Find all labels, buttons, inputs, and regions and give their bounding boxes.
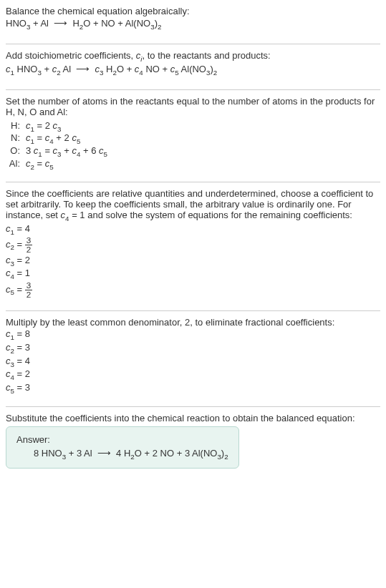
divider: [6, 406, 380, 407]
step3-text: Since the coefficients are relative quan…: [6, 188, 380, 222]
atom-label: N:: [6, 132, 26, 145]
coeff-line: c5 = 3: [6, 382, 380, 395]
atom-equation: c1 = 2 c3: [26, 120, 107, 133]
coeff-value: 1: [25, 268, 30, 278]
divider: [6, 89, 380, 90]
coeff-line: c3 = 2: [6, 255, 380, 268]
coeff-line: c5 = 32: [6, 281, 380, 298]
step1-text: Add stoichiometric coefficients, ci, to …: [6, 50, 380, 63]
divider: [6, 310, 380, 311]
atom-label: H:: [6, 120, 26, 133]
divider: [6, 44, 380, 44]
coeff-value: 4: [25, 356, 30, 366]
coeff-line: c1 = 8: [6, 328, 380, 341]
coeff-line: c3 = 4: [6, 356, 380, 368]
fraction: 32: [25, 281, 33, 298]
numerator: 3: [25, 281, 33, 290]
coeff-value: 4: [25, 223, 30, 234]
atom-row: N: c1 = c4 + 2 c5: [6, 132, 107, 145]
atom-equations-table: H: c1 = 2 c3 N: c1 = c4 + 2 c5 O: 3 c1 =…: [6, 120, 107, 170]
title-text: Balance the chemical equation algebraica…: [6, 6, 380, 16]
coeff-line: c4 = 2: [6, 368, 380, 381]
atom-row: H: c1 = 2 c3: [6, 120, 107, 133]
step-atom-balance: Set the number of atoms in the reactants…: [6, 96, 380, 176]
step4-text: Multiply by the least common denominator…: [6, 317, 380, 328]
denominator: 2: [25, 290, 33, 299]
initial-equation: HNO3 + Al ⟶ H2O + NO + Al(NO3)2: [6, 18, 380, 31]
denominator: 2: [25, 245, 33, 254]
answer-box: Answer: 8 HNO3 + 3 Al ⟶ 4 H2O + 2 NO + 3…: [6, 426, 239, 469]
atom-label: Al:: [6, 158, 26, 171]
step-solve-fractional: Since the coefficients are relative quan…: [6, 188, 380, 305]
divider: [6, 182, 380, 182]
atom-equation: 3 c1 = c3 + c4 + 6 c5: [26, 145, 107, 158]
coeff-value: 2: [25, 255, 30, 265]
answer-label: Answer:: [16, 434, 228, 445]
coeff-line: c2 = 3: [6, 342, 380, 355]
step-multiply-lcd: Multiply by the least common denominator…: [6, 317, 380, 401]
atom-equation: c1 = c4 + 2 c5: [26, 132, 107, 145]
step-substitute: Substitute the coefficients into the che…: [6, 413, 380, 474]
answer-equation: 8 HNO3 + 3 Al ⟶ 4 H2O + 2 NO + 3 Al(NO3)…: [16, 448, 228, 461]
coeff-value: 3: [25, 342, 30, 353]
atom-equation: c2 = c5: [26, 158, 107, 171]
step5-text: Substitute the coefficients into the che…: [6, 413, 380, 423]
coeff-line: c1 = 4: [6, 223, 380, 236]
problem-statement: Balance the chemical equation algebraica…: [6, 6, 380, 38]
coeff-value: 3: [25, 382, 30, 393]
step2-text: Set the number of atoms in the reactants…: [6, 96, 380, 117]
coeff-line: c2 = 32: [6, 236, 380, 253]
coeff-line: c4 = 1: [6, 268, 380, 280]
step-add-coefficients: Add stoichiometric coefficients, ci, to …: [6, 50, 380, 84]
atom-label: O:: [6, 145, 26, 158]
fraction: 32: [25, 236, 33, 253]
atom-row: O: 3 c1 = c3 + c4 + 6 c5: [6, 145, 107, 158]
atom-row: Al: c2 = c5: [6, 158, 107, 171]
coeff-value: 8: [25, 328, 30, 339]
coeff-value: 2: [25, 368, 30, 379]
step1-equation: c1 HNO3 + c2 Al ⟶ c3 H2O + c4 NO + c5 Al…: [6, 64, 380, 77]
